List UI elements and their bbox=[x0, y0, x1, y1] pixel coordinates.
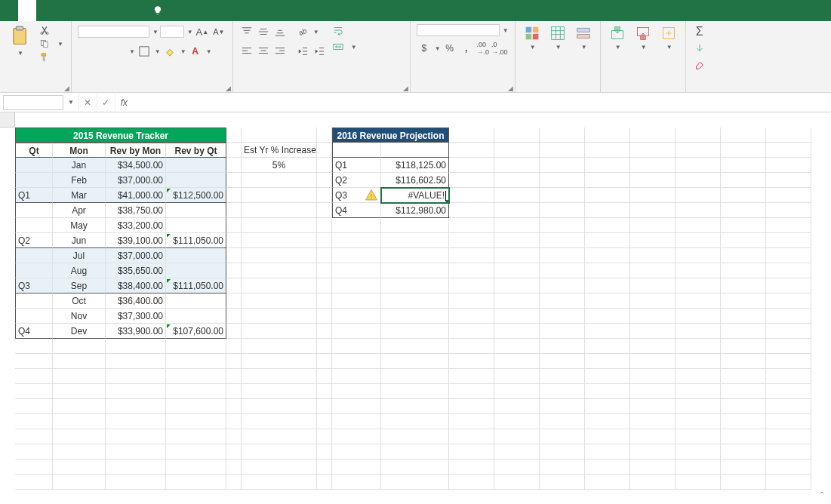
cell[interactable] bbox=[15, 369, 53, 384]
cell[interactable] bbox=[540, 339, 585, 354]
cell[interactable] bbox=[226, 444, 242, 459]
cell[interactable] bbox=[766, 429, 811, 444]
cell[interactable] bbox=[494, 324, 540, 339]
cell[interactable] bbox=[494, 218, 540, 233]
cell[interactable] bbox=[540, 354, 585, 369]
cell[interactable] bbox=[676, 248, 721, 263]
cell[interactable] bbox=[242, 475, 317, 490]
cell[interactable] bbox=[585, 278, 630, 293]
cell[interactable] bbox=[676, 233, 721, 248]
cell[interactable] bbox=[166, 248, 226, 263]
cell[interactable]: Q3 bbox=[15, 278, 53, 293]
cell[interactable] bbox=[106, 399, 166, 414]
cell[interactable]: $37,000.00 bbox=[106, 173, 166, 188]
cell[interactable] bbox=[332, 414, 381, 429]
cell[interactable] bbox=[494, 354, 540, 369]
cell[interactable]: 5% bbox=[242, 158, 317, 173]
cell[interactable] bbox=[721, 188, 766, 203]
cell[interactable] bbox=[766, 128, 811, 143]
cell[interactable] bbox=[226, 309, 242, 324]
cell[interactable] bbox=[226, 354, 242, 369]
cell[interactable] bbox=[494, 369, 540, 384]
cell[interactable] bbox=[494, 128, 540, 143]
cell[interactable] bbox=[242, 173, 317, 188]
cell[interactable] bbox=[166, 354, 226, 369]
cell[interactable] bbox=[721, 339, 766, 354]
cell[interactable] bbox=[381, 384, 449, 399]
align-middle-icon[interactable] bbox=[256, 24, 271, 39]
cell[interactable]: $38,750.00 bbox=[106, 203, 166, 218]
cell[interactable] bbox=[540, 384, 585, 399]
cell[interactable] bbox=[766, 143, 811, 158]
cell[interactable]: $118,125.00 bbox=[381, 158, 449, 173]
cell[interactable] bbox=[317, 354, 332, 369]
cell[interactable] bbox=[166, 459, 226, 475]
cell[interactable] bbox=[242, 293, 317, 309]
cell[interactable] bbox=[226, 263, 242, 278]
cell[interactable] bbox=[332, 354, 381, 369]
cell[interactable]: $39,100.00 bbox=[106, 233, 166, 248]
cell[interactable] bbox=[630, 218, 676, 233]
cell[interactable] bbox=[721, 233, 766, 248]
cell[interactable] bbox=[15, 309, 53, 324]
cell[interactable] bbox=[585, 384, 630, 399]
cell[interactable] bbox=[494, 444, 540, 459]
cell[interactable] bbox=[449, 369, 494, 384]
tab-data[interactable] bbox=[91, 0, 109, 21]
cell[interactable] bbox=[540, 414, 585, 429]
cell[interactable]: May bbox=[53, 218, 106, 233]
cell[interactable]: Q4 bbox=[332, 203, 381, 218]
cell[interactable] bbox=[676, 459, 721, 475]
cell[interactable] bbox=[630, 384, 676, 399]
cell[interactable]: $36,400.00 bbox=[106, 293, 166, 309]
cell[interactable]: Jul bbox=[53, 248, 106, 263]
cell[interactable] bbox=[317, 203, 332, 218]
cell[interactable] bbox=[766, 414, 811, 429]
cell[interactable] bbox=[676, 278, 721, 293]
bold-button[interactable] bbox=[78, 44, 93, 59]
cell[interactable] bbox=[15, 173, 53, 188]
cell[interactable] bbox=[242, 429, 317, 444]
cell[interactable]: $35,650.00 bbox=[106, 263, 166, 278]
cell[interactable] bbox=[15, 218, 53, 233]
conditional-formatting-button[interactable]: ▼ bbox=[522, 24, 543, 52]
cell[interactable] bbox=[381, 309, 449, 324]
cell[interactable] bbox=[585, 429, 630, 444]
cell[interactable] bbox=[540, 188, 585, 203]
cell[interactable] bbox=[766, 278, 811, 293]
cell[interactable] bbox=[630, 173, 676, 188]
cell[interactable] bbox=[332, 339, 381, 354]
cell[interactable] bbox=[226, 158, 242, 173]
cell[interactable] bbox=[449, 263, 494, 278]
cell[interactable] bbox=[721, 429, 766, 444]
cell[interactable] bbox=[317, 278, 332, 293]
cell[interactable] bbox=[381, 339, 449, 354]
cell[interactable] bbox=[332, 218, 381, 233]
cell[interactable] bbox=[317, 429, 332, 444]
cell[interactable]: $33,900.00 bbox=[106, 324, 166, 339]
cell[interactable] bbox=[766, 173, 811, 188]
cell[interactable]: Q2 bbox=[332, 173, 381, 188]
cell[interactable] bbox=[585, 293, 630, 309]
cell[interactable] bbox=[585, 188, 630, 203]
cell[interactable] bbox=[242, 188, 317, 203]
tab-home[interactable] bbox=[18, 0, 36, 21]
cell[interactable] bbox=[317, 218, 332, 233]
cell[interactable] bbox=[676, 354, 721, 369]
cell[interactable] bbox=[766, 263, 811, 278]
cell[interactable]: Rev by Qt bbox=[166, 143, 226, 158]
cell[interactable] bbox=[317, 263, 332, 278]
merge-center-button[interactable]: ▼ bbox=[331, 41, 359, 53]
cell[interactable] bbox=[449, 233, 494, 248]
cell[interactable] bbox=[449, 354, 494, 369]
cell[interactable] bbox=[317, 248, 332, 263]
cell[interactable]: Est Yr % Increase bbox=[242, 143, 317, 158]
cell[interactable] bbox=[317, 459, 332, 475]
cell[interactable] bbox=[721, 218, 766, 233]
cell[interactable] bbox=[494, 263, 540, 278]
cell[interactable] bbox=[676, 188, 721, 203]
cell[interactable] bbox=[242, 354, 317, 369]
cell[interactable] bbox=[317, 444, 332, 459]
cell[interactable]: $111,050.00 bbox=[166, 278, 226, 293]
cell[interactable] bbox=[721, 293, 766, 309]
